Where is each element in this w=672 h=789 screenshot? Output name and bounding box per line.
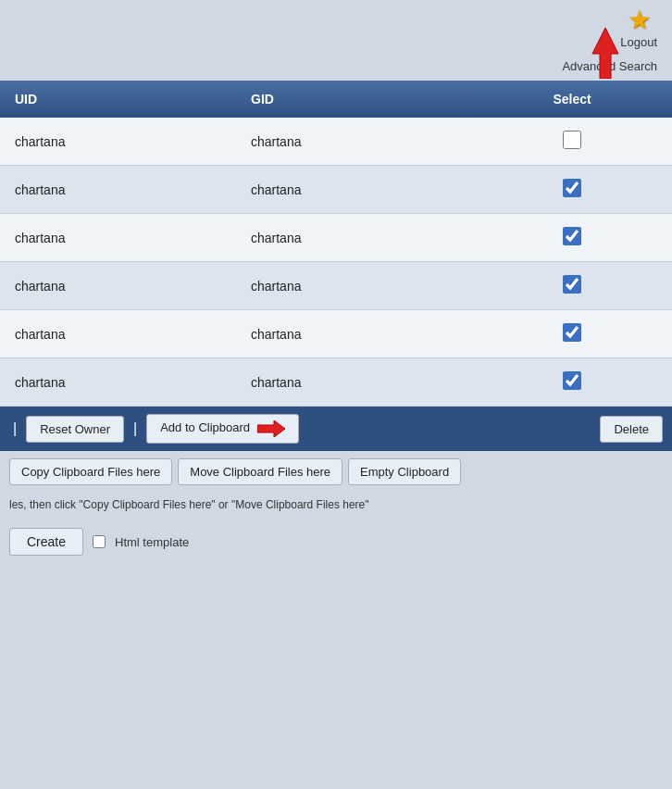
info-text: les, then click "Copy Clipboard Files he…	[0, 493, 672, 517]
select-cell	[472, 358, 672, 407]
separator-1: |	[13, 420, 17, 437]
create-row: Create Html template	[0, 517, 672, 567]
gid-cell: chartana	[236, 262, 472, 310]
clipboard-bar: Copy Clipboard Files here Move Clipboard…	[0, 451, 672, 493]
gid-cell: chartana	[236, 310, 472, 358]
gid-cell: chartana	[236, 214, 472, 262]
red-arrow-down-icon	[587, 28, 624, 79]
gid-cell: chartana	[236, 358, 472, 407]
move-clipboard-button[interactable]: Move Clipboard Files here	[178, 458, 342, 485]
select-cell	[472, 166, 672, 214]
gid-column-header: GID	[236, 81, 472, 118]
row-checkbox[interactable]	[563, 371, 581, 390]
svg-marker-0	[592, 28, 618, 79]
separator-2: |	[133, 420, 137, 437]
action-bar: | Reset Owner | Add to Clipboard Delete	[0, 407, 672, 451]
uid-cell: chartana	[0, 310, 236, 358]
row-checkbox[interactable]	[563, 227, 581, 245]
reset-owner-button[interactable]: Reset Owner	[26, 416, 124, 443]
uid-cell: chartana	[0, 214, 236, 262]
top-bar: ★ Logout	[0, 0, 672, 56]
row-checkbox[interactable]	[563, 131, 581, 149]
advanced-search-row: Advanced Search	[0, 56, 672, 81]
table-row: chartanachartana	[0, 310, 672, 358]
empty-clipboard-button[interactable]: Empty Clipboard	[348, 458, 461, 485]
main-table: UID GID Select chartanachartanachartanac…	[0, 81, 672, 407]
red-arrow-right-icon	[257, 420, 285, 437]
table-row: chartanachartana	[0, 262, 672, 310]
select-column-header: Select	[472, 81, 672, 118]
table-row: chartanachartana	[0, 166, 672, 214]
gid-cell: chartana	[236, 118, 472, 166]
table-row: chartanachartana	[0, 214, 672, 262]
gid-cell: chartana	[236, 166, 472, 214]
add-to-clipboard-button[interactable]: Add to Clipboard	[146, 414, 298, 444]
html-template-label: Html template	[115, 535, 189, 549]
uid-cell: chartana	[0, 262, 236, 310]
star-icon: ★	[628, 7, 651, 33]
svg-marker-1	[257, 420, 285, 437]
select-cell	[472, 310, 672, 358]
table-row: chartanachartana	[0, 118, 672, 166]
logout-label: Logout	[620, 35, 657, 49]
uid-cell: chartana	[0, 166, 236, 214]
table-header-row: UID GID Select	[0, 81, 672, 118]
uid-column-header: UID	[0, 81, 236, 118]
row-checkbox[interactable]	[563, 275, 581, 294]
html-template-checkbox[interactable]	[93, 535, 106, 548]
select-cell	[472, 118, 672, 166]
logout-button[interactable]: ★ Logout	[620, 7, 657, 49]
table-row: chartanachartana	[0, 358, 672, 407]
row-checkbox[interactable]	[563, 179, 581, 197]
copy-clipboard-button[interactable]: Copy Clipboard Files here	[9, 458, 172, 485]
select-cell	[472, 262, 672, 310]
select-cell	[472, 214, 672, 262]
uid-cell: chartana	[0, 118, 236, 166]
create-button[interactable]: Create	[9, 528, 83, 556]
delete-button[interactable]: Delete	[600, 416, 663, 443]
row-checkbox[interactable]	[563, 323, 581, 342]
uid-cell: chartana	[0, 358, 236, 407]
